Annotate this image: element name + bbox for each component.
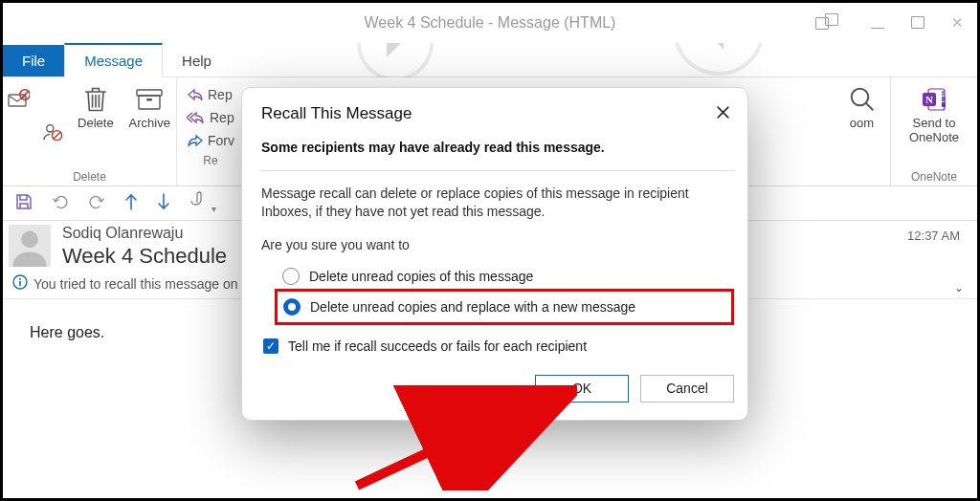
ribbon-group-delete: Delete Archive Delete: [3, 77, 177, 185]
ok-button[interactable]: OK: [535, 375, 629, 403]
svg-rect-20: [19, 281, 21, 286]
checkbox-tell-me-label: Tell me if recall succeeds or fails for …: [288, 338, 587, 354]
ribbon-group-zoom: oom: [834, 77, 891, 185]
next-item-icon[interactable]: [156, 192, 171, 214]
dialog-radio-group: Delete unread copies of this message Del…: [261, 264, 734, 325]
dialog-explanation: Message recall can delete or replace cop…: [261, 185, 734, 221]
trash-icon: [82, 85, 109, 114]
svg-rect-7: [139, 96, 160, 109]
dialog-close-button[interactable]: [712, 101, 734, 126]
radio-delete-copies-label: Delete unread copies of this message: [309, 269, 533, 284]
message-body-text: Here goes.: [30, 324, 104, 340]
dialog-divider: [261, 170, 734, 171]
checkbox-icon: ✓: [263, 338, 278, 354]
forward-icon: [187, 134, 204, 147]
dialog-warning: Some recipients may have already read th…: [261, 140, 734, 155]
window-title: Week 4 Schedule - Message (HTML): [365, 14, 616, 32]
send-to-onenote-label-1: Send to: [913, 116, 956, 130]
ribbon-display-options-icon[interactable]: [815, 17, 844, 30]
svg-rect-14: [942, 102, 946, 107]
zoom-button[interactable]: oom: [840, 81, 884, 168]
tab-message[interactable]: Message: [64, 43, 163, 77]
svg-point-19: [19, 278, 21, 280]
svg-point-3: [47, 125, 54, 132]
radio-replace-copies-label: Delete unread copies and replace with a …: [310, 299, 635, 315]
svg-text:N: N: [925, 94, 933, 105]
ignore-button[interactable]: [1, 81, 35, 168]
minimize-icon[interactable]: [871, 15, 884, 32]
svg-point-9: [851, 89, 868, 106]
forward-label: Forv: [208, 133, 234, 148]
archive-icon: [135, 85, 164, 114]
redo-icon[interactable]: [87, 192, 106, 214]
annotation-highlight: Delete unread copies and replace with a …: [275, 289, 734, 325]
reply-icon: [187, 88, 204, 101]
junk-button[interactable]: [35, 114, 70, 201]
ribbon-group-onenote-label: OneNote: [901, 168, 968, 184]
archive-button[interactable]: Archive: [122, 81, 178, 168]
checkbox-tell-me[interactable]: ✓ Tell me if recall succeeds or fails fo…: [263, 338, 734, 354]
dialog-title: Recall This Message: [261, 104, 412, 123]
svg-point-17: [21, 231, 38, 249]
send-to-onenote-button[interactable]: N Send to OneNote: [902, 81, 967, 168]
svg-rect-13: [942, 97, 946, 101]
reply-button[interactable]: Rep: [181, 83, 240, 106]
dialog-prompt: Are you sure you want to: [261, 236, 734, 254]
expand-header-icon[interactable]: ⌄: [954, 281, 964, 294]
delete-label: Delete: [78, 116, 114, 130]
ribbon-group-respond-label: Re: [187, 152, 234, 167]
archive-label: Archive: [129, 116, 170, 130]
zoom-label: oom: [850, 116, 874, 130]
recall-dialog: Recall This Message Some recipients may …: [241, 87, 748, 421]
reply-all-label: Rep: [210, 110, 234, 125]
close-icon[interactable]: ✕: [951, 14, 964, 32]
save-icon[interactable]: [14, 192, 33, 214]
info-icon: [12, 274, 28, 293]
message-time: 12:37 AM: [907, 229, 960, 243]
close-icon: [716, 105, 730, 120]
send-to-onenote-label-2: OneNote: [909, 130, 959, 144]
reply-all-icon: [187, 111, 206, 124]
person-block-icon: [42, 118, 63, 146]
cancel-button[interactable]: Cancel: [640, 375, 734, 403]
svg-line-10: [865, 103, 873, 111]
ribbon-tabs: File Message Help: [3, 43, 977, 77]
radio-replace-copies[interactable]: Delete unread copies and replace with a …: [283, 294, 725, 319]
ribbon-group-respond: Rep Rep Forv Re: [177, 77, 244, 185]
magnifier-icon: [848, 85, 877, 114]
forward-button[interactable]: Forv: [181, 129, 240, 152]
maximize-icon[interactable]: [911, 15, 924, 32]
window-titlebar: Week 4 Schedule - Message (HTML) ✕: [3, 3, 977, 43]
window-controls: ✕: [815, 3, 964, 43]
ignore-icon: [7, 85, 30, 114]
tab-file[interactable]: File: [3, 45, 64, 76]
svg-rect-8: [146, 98, 152, 101]
delete-button[interactable]: Delete: [70, 81, 122, 168]
avatar: [9, 225, 51, 267]
radio-icon: [282, 268, 300, 285]
svg-rect-12: [942, 91, 946, 96]
tab-help[interactable]: Help: [163, 45, 231, 76]
reply-all-button[interactable]: Rep: [181, 106, 240, 129]
radio-delete-copies[interactable]: Delete unread copies of this message: [282, 264, 734, 289]
touch-mode-icon[interactable]: ▾: [189, 191, 216, 215]
previous-item-icon[interactable]: [123, 192, 139, 214]
reply-label: Rep: [208, 87, 233, 102]
recall-infobar-text: You tried to recall this message on: [33, 276, 238, 292]
ribbon-group-onenote: N Send to OneNote OneNote: [891, 77, 977, 185]
svg-rect-6: [137, 90, 162, 96]
onenote-icon: N: [921, 85, 947, 114]
svg-line-5: [54, 132, 60, 139]
radio-icon-selected: [283, 298, 301, 316]
